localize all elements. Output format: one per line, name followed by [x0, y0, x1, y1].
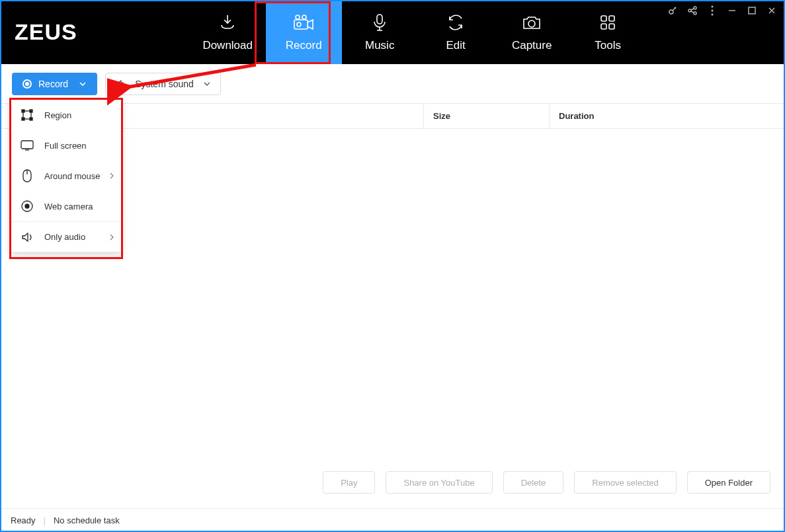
- main-nav: Download Record Music: [190, 0, 646, 64]
- svg-rect-19: [22, 110, 24, 112]
- nav-label: Music: [365, 39, 394, 52]
- menu-item-web-camera[interactable]: Web camera: [11, 191, 121, 221]
- menu-item-label: Only audio: [44, 232, 85, 242]
- nav-label: Capture: [512, 39, 552, 52]
- svg-point-16: [712, 14, 714, 16]
- share-youtube-button[interactable]: Share on YouTube: [386, 471, 492, 494]
- camcorder-icon: [292, 13, 315, 32]
- svg-rect-7: [609, 16, 614, 21]
- menu-item-around-mouse[interactable]: Around mouse: [11, 161, 121, 191]
- menu-item-label: Around mouse: [44, 171, 101, 181]
- delete-button[interactable]: Delete: [503, 471, 564, 494]
- menu-item-label: Region: [44, 110, 71, 120]
- svg-rect-21: [22, 118, 24, 120]
- camera-icon: [522, 13, 542, 32]
- maximize-button[interactable]: [745, 4, 759, 17]
- separator: |: [44, 515, 46, 525]
- nav-capture[interactable]: Capture: [494, 0, 570, 64]
- open-folder-button[interactable]: Open Folder: [687, 471, 770, 494]
- nav-label: Record: [286, 39, 322, 52]
- apps-icon: [599, 13, 616, 32]
- nav-music[interactable]: Music: [342, 0, 418, 64]
- svg-point-0: [296, 15, 300, 19]
- status-schedule: No schedule task: [54, 515, 120, 525]
- svg-point-5: [528, 20, 535, 27]
- speaker-icon: [115, 79, 126, 89]
- menu-item-only-audio[interactable]: Only audio: [11, 221, 121, 252]
- svg-point-26: [25, 204, 29, 208]
- webcam-icon: [21, 200, 34, 212]
- nav-label: Edit: [446, 39, 466, 52]
- region-icon: [21, 109, 34, 121]
- refresh-icon: [446, 13, 465, 32]
- fullscreen-icon: [21, 140, 34, 151]
- record-dropdown-menu: Region Full screen Around mouse Web came…: [11, 99, 122, 252]
- bottom-actions: Play Share on YouTube Delete Remove sele…: [323, 471, 770, 494]
- nav-record[interactable]: Record: [266, 0, 342, 64]
- svg-point-12: [694, 7, 696, 9]
- download-icon: [218, 13, 237, 32]
- chevron-down-icon: [79, 80, 87, 88]
- svg-rect-6: [601, 16, 606, 21]
- svg-rect-17: [749, 7, 755, 14]
- minimize-button[interactable]: [725, 4, 739, 17]
- svg-rect-9: [609, 24, 614, 29]
- status-bar: Ready | No schedule task: [0, 508, 785, 532]
- svg-point-14: [712, 6, 714, 8]
- mouse-icon: [21, 169, 34, 182]
- app-header: ZEUS Download Record: [0, 0, 785, 64]
- record-button[interactable]: Record: [12, 73, 97, 95]
- record-dot-icon: [22, 79, 32, 89]
- app-logo: ZEUS: [15, 19, 77, 45]
- remove-selected-button[interactable]: Remove selected: [574, 471, 676, 494]
- nav-tools[interactable]: Tools: [570, 0, 646, 64]
- menu-item-fullscreen[interactable]: Full screen: [11, 130, 121, 161]
- menu-item-label: Web camera: [44, 202, 93, 211]
- status-ready: Ready: [11, 515, 36, 525]
- svg-rect-4: [377, 15, 382, 24]
- menu-icon[interactable]: [706, 4, 719, 17]
- svg-rect-20: [30, 110, 32, 112]
- key-icon[interactable]: [666, 4, 679, 17]
- nav-label: Download: [202, 39, 253, 52]
- chevron-down-icon: [203, 80, 211, 88]
- svg-point-1: [302, 15, 306, 19]
- microphone-icon: [372, 13, 388, 32]
- menu-item-region[interactable]: Region: [11, 100, 121, 130]
- window-controls: [666, 4, 778, 17]
- svg-point-13: [694, 12, 696, 15]
- chevron-right-icon: [109, 233, 114, 241]
- svg-rect-22: [30, 118, 32, 120]
- sound-source-select[interactable]: System sound: [105, 73, 221, 95]
- sound-source-label: System sound: [135, 79, 194, 89]
- svg-point-11: [688, 9, 691, 12]
- toolbar: Record System sound: [0, 64, 785, 104]
- svg-point-3: [297, 22, 301, 26]
- close-button[interactable]: [765, 4, 778, 17]
- svg-rect-23: [21, 141, 33, 149]
- record-button-label: Record: [38, 79, 68, 89]
- column-size[interactable]: Size: [423, 104, 549, 128]
- svg-rect-8: [601, 24, 606, 29]
- nav-download[interactable]: Download: [190, 0, 266, 64]
- audio-icon: [21, 231, 34, 243]
- column-duration[interactable]: Duration: [549, 104, 785, 128]
- nav-edit[interactable]: Edit: [418, 0, 494, 64]
- share-icon[interactable]: [686, 4, 699, 17]
- svg-point-15: [712, 10, 714, 12]
- nav-label: Tools: [595, 39, 621, 52]
- play-button[interactable]: Play: [323, 471, 375, 494]
- chevron-right-icon: [109, 172, 114, 180]
- menu-item-label: Full screen: [44, 141, 87, 151]
